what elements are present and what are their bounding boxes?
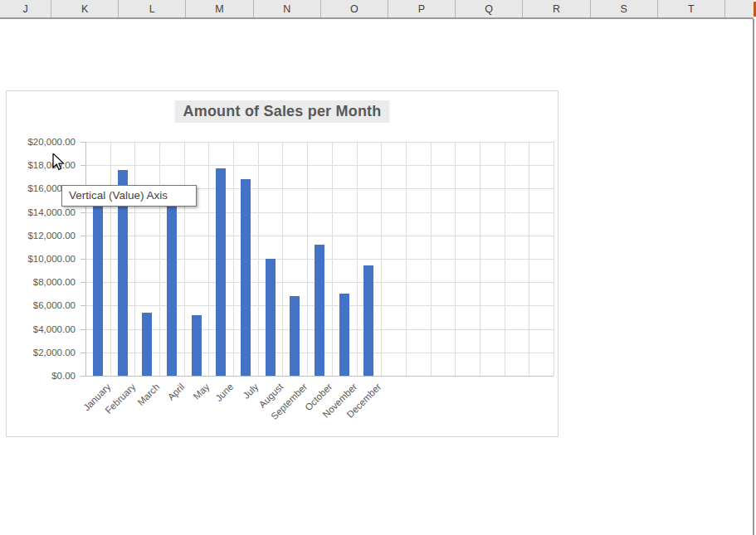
bar-january[interactable]	[93, 201, 103, 377]
bar-december[interactable]	[363, 265, 373, 376]
column-header-O[interactable]: O	[321, 0, 388, 17]
x-axis-line	[85, 376, 554, 377]
gridline-vertical	[233, 142, 234, 376]
gridline-vertical	[282, 142, 283, 376]
y-axis-tick-label[interactable]: $6,000.00	[7, 299, 76, 311]
gridline-vertical	[480, 142, 480, 376]
bar-july[interactable]	[241, 179, 251, 376]
gridline-vertical	[406, 142, 407, 376]
column-header-S[interactable]: S	[591, 0, 658, 17]
y-axis-line	[85, 142, 86, 376]
column-header-row: JKLMNOPQRST	[0, 0, 754, 19]
y-axis-tick	[80, 376, 85, 377]
gridline-vertical	[455, 142, 456, 376]
gridline-horizontal	[85, 212, 554, 213]
gridline-vertical	[159, 142, 160, 376]
chart-title[interactable]: Amount of Sales per Month	[175, 100, 390, 123]
mouse-cursor-icon	[52, 153, 66, 172]
column-header-P[interactable]: P	[388, 0, 456, 17]
y-axis-tick-label[interactable]: $20,000.00	[7, 136, 76, 148]
bar-august[interactable]	[266, 259, 276, 376]
y-axis-tick-label[interactable]: $8,000.00	[7, 276, 76, 288]
excel-worksheet: JKLMNOPQRST Amount of Sales per Month $2…	[0, 0, 756, 535]
column-header-T[interactable]: T	[658, 0, 725, 17]
gridline-vertical	[332, 142, 333, 376]
gridline-vertical	[184, 142, 185, 376]
column-header-N[interactable]: N	[254, 0, 321, 17]
y-axis-tick-label[interactable]: $0.00	[7, 370, 76, 382]
gridline-vertical	[381, 142, 382, 376]
gridline-vertical	[431, 142, 432, 376]
gridline-vertical	[529, 142, 529, 376]
column-header-K[interactable]: K	[51, 0, 119, 17]
gridline-vertical	[208, 142, 209, 376]
gridline-vertical	[554, 142, 554, 376]
column-header-Q[interactable]: Q	[456, 0, 523, 17]
bar-october[interactable]	[315, 245, 324, 376]
gridline-vertical	[134, 142, 135, 376]
y-axis-tick-label[interactable]: $2,000.00	[7, 347, 76, 358]
bar-june[interactable]	[216, 168, 226, 376]
gridline-vertical	[505, 142, 505, 376]
y-axis-tick-label[interactable]: $12,000.00	[7, 230, 76, 241]
bar-march[interactable]	[142, 313, 152, 376]
axis-tooltip-text: Vertical (Value) Axis	[69, 189, 168, 202]
bar-november[interactable]	[339, 294, 349, 376]
column-header-partial[interactable]	[725, 0, 754, 17]
sales-chart[interactable]: Amount of Sales per Month $20,000.00$18,…	[6, 90, 558, 437]
y-axis-tick-label[interactable]: $10,000.00	[7, 253, 76, 265]
column-header-M[interactable]: M	[186, 0, 253, 17]
gridline-vertical	[307, 142, 308, 376]
y-axis-tick-label[interactable]: $14,000.00	[7, 207, 76, 218]
column-header-R[interactable]: R	[523, 0, 590, 17]
gridline-vertical	[110, 142, 111, 376]
bar-may[interactable]	[192, 315, 202, 376]
axis-tooltip: Vertical (Value) Axis	[61, 185, 197, 207]
y-axis-tick-label[interactable]: $4,000.00	[7, 323, 76, 335]
gridline-vertical	[258, 142, 259, 376]
gridline-horizontal	[85, 236, 554, 236]
window-edge-divider	[753, 19, 754, 535]
gridline-vertical	[357, 142, 358, 376]
gridline-horizontal	[85, 142, 554, 143]
bar-april[interactable]	[167, 207, 177, 376]
bar-september[interactable]	[290, 296, 300, 376]
column-header-L[interactable]: L	[119, 0, 186, 17]
gridline-horizontal	[85, 165, 554, 166]
column-header-J[interactable]: J	[0, 0, 51, 17]
